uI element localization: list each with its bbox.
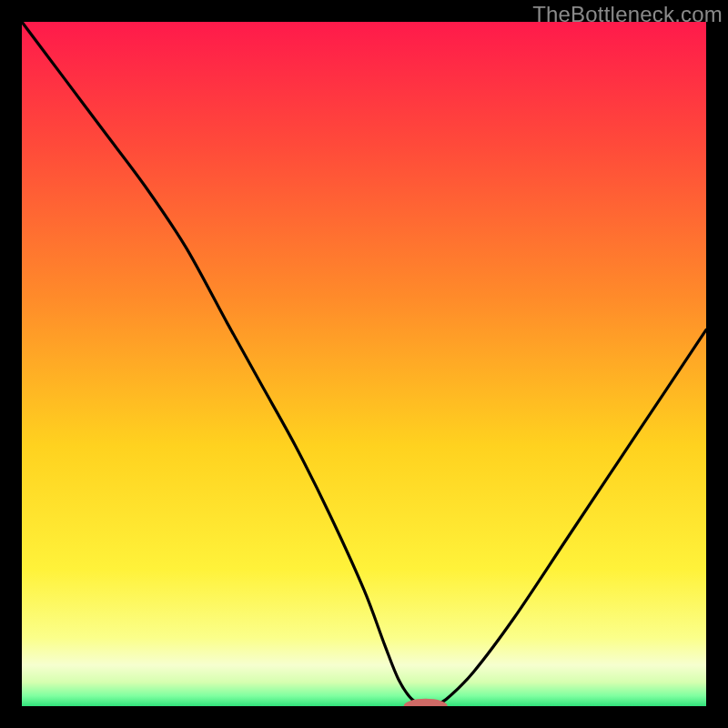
bottleneck-curve <box>22 22 706 706</box>
chart-frame: TheBottleneck.com <box>0 0 728 728</box>
curve-layer <box>22 22 706 706</box>
watermark-label: TheBottleneck.com <box>532 2 723 27</box>
minimum-marker <box>404 699 448 706</box>
plot-area <box>22 22 706 706</box>
